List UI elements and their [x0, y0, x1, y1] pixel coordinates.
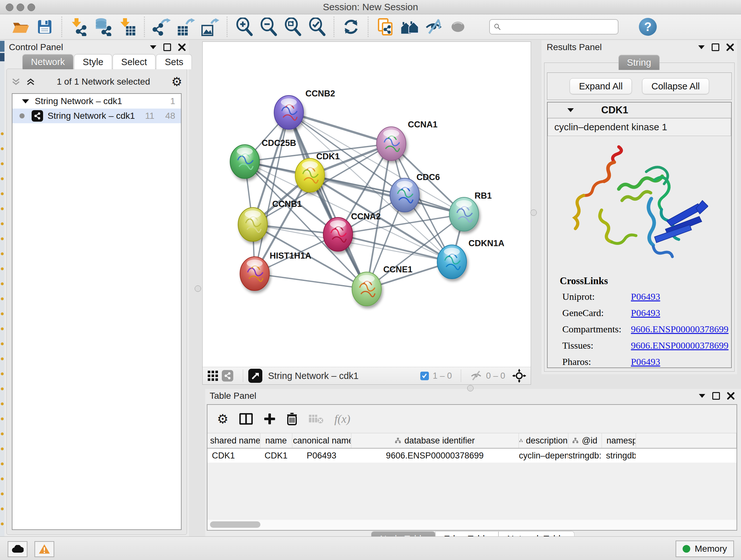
table-settings-gear-icon[interactable]: ⚙	[217, 412, 228, 426]
column-header-namespace[interactable]: namespace	[602, 433, 636, 448]
entry-collapse-icon[interactable]	[567, 108, 574, 112]
cell-name[interactable]: CDK1	[260, 448, 292, 462]
selected-checkbox[interactable]	[420, 372, 429, 380]
help-button[interactable]: ?	[639, 18, 657, 36]
copy-network-button[interactable]	[375, 17, 395, 37]
string-view-icon[interactable]	[222, 370, 233, 381]
panel-menu-icon[interactable]	[699, 394, 705, 398]
column-header-database-identifier[interactable]: database identifier	[351, 433, 519, 448]
import-table-file-button[interactable]	[118, 17, 137, 37]
cloud-status-button[interactable]	[8, 541, 27, 557]
save-session-button[interactable]	[35, 17, 55, 37]
title-bar: Session: New Session	[0, 0, 741, 14]
zoom-fit-button[interactable]	[283, 17, 302, 37]
cell-canonical-name[interactable]: P06493	[292, 448, 351, 462]
network-edge[interactable]	[310, 175, 464, 214]
show-columns-icon[interactable]	[239, 413, 253, 425]
network-node-hist1h1a[interactable]	[240, 257, 269, 291]
network-node-cdc6[interactable]	[390, 178, 419, 212]
bottom-splitter-handle[interactable]	[467, 385, 474, 391]
cell-shared-name[interactable]: CDK1	[207, 448, 260, 462]
node-table[interactable]: shared name name canonical name database…	[207, 433, 737, 462]
collection-expand-icon[interactable]	[22, 99, 29, 104]
expand-all-button[interactable]: Expand All	[569, 78, 632, 94]
network-node-ccnb2[interactable]	[274, 96, 304, 129]
network-edge[interactable]	[289, 112, 391, 144]
network-node-cdkn1a[interactable]	[437, 245, 467, 279]
grid-view-icon[interactable]	[207, 370, 219, 381]
collapse-all-icon[interactable]	[11, 77, 21, 86]
network-node-cdc25b[interactable]	[230, 145, 259, 179]
column-header-name[interactable]: name	[260, 433, 292, 448]
gear-icon[interactable]: ⚙	[172, 75, 182, 89]
tab-string[interactable]: String	[618, 55, 660, 70]
birdseye-toggle-icon[interactable]	[512, 369, 526, 383]
detach-view-button[interactable]	[248, 369, 262, 383]
column-header-shared-name[interactable]: shared name	[207, 433, 260, 448]
crosslink-uniprot[interactable]: P06493	[631, 291, 660, 302]
search-field[interactable]	[489, 19, 618, 35]
float-panel-icon[interactable]	[712, 44, 719, 51]
refresh-view-button[interactable]	[341, 17, 361, 37]
memory-button[interactable]: Memory	[676, 541, 734, 557]
table-row[interactable]: CDK1 CDK1 P06493 9606.ENSP00000378699 cy…	[207, 448, 737, 462]
cell-id[interactable]: stringdb:9...	[568, 448, 602, 462]
crosslink-label: GeneCard:	[562, 307, 631, 318]
hide-graphics-button[interactable]	[424, 17, 444, 37]
import-network-file-button[interactable]	[69, 17, 89, 37]
tab-network[interactable]: Network	[22, 54, 73, 69]
network-node-ccnb1[interactable]	[238, 207, 267, 241]
tab-sets[interactable]: Sets	[156, 54, 192, 69]
network-node-cdk1[interactable]	[295, 159, 325, 192]
crosslink-tissues[interactable]: 9606.ENSP00000378699	[631, 340, 729, 351]
main-toolbar: ?	[0, 14, 741, 40]
column-header-canonical-name[interactable]: canonical name	[292, 433, 351, 448]
crosslink-pharos[interactable]: P06493	[631, 356, 660, 367]
panel-menu-icon[interactable]	[698, 45, 704, 49]
panel-menu-icon[interactable]	[150, 45, 156, 49]
network-view[interactable]: CCNB2CCNA1CDC25BCDK1CDC6RB1CCNB1CCNA2CDK…	[202, 42, 531, 385]
network-collection-row[interactable]: String Network – cdk1 1	[12, 94, 181, 109]
left-splitter-handle[interactable]	[195, 286, 201, 292]
network-node-ccna2[interactable]	[323, 217, 353, 251]
cell-description[interactable]: cyclin–dependent ...	[519, 448, 568, 462]
tab-select[interactable]: Select	[113, 54, 156, 69]
zoom-out-button[interactable]	[259, 17, 278, 37]
network-node-ccna1[interactable]	[377, 127, 406, 161]
add-column-icon[interactable]	[264, 413, 276, 425]
export-network-button[interactable]	[151, 17, 172, 37]
expand-all-icon[interactable]	[26, 77, 36, 86]
open-session-button[interactable]	[10, 17, 30, 37]
network-node-rb1[interactable]	[449, 197, 479, 231]
warnings-button[interactable]	[35, 541, 54, 557]
tab-style[interactable]: Style	[74, 54, 112, 69]
column-header-id[interactable]: @id	[568, 433, 602, 448]
node-label: HIST1H1A	[270, 251, 312, 260]
zoom-in-button[interactable]	[234, 17, 254, 37]
close-panel-icon[interactable]	[178, 44, 186, 51]
network-node-ccne1[interactable]	[352, 272, 381, 306]
network-row[interactable]: String Network – cdk1 1148	[12, 109, 181, 123]
delete-column-icon[interactable]	[286, 413, 297, 425]
home-networks-button[interactable]	[400, 17, 419, 37]
close-panel-icon[interactable]	[727, 392, 735, 400]
network-canvas[interactable]: CCNB2CCNA1CDC25BCDK1CDC6RB1CCNB1CCNA2CDK…	[203, 42, 531, 367]
float-panel-icon[interactable]	[163, 44, 171, 51]
zoom-selected-button[interactable]	[307, 17, 327, 37]
import-network-database-button[interactable]	[93, 17, 113, 37]
close-panel-icon[interactable]	[726, 44, 734, 51]
network-edge[interactable]	[255, 112, 289, 273]
crosslink-compartments[interactable]: 9606.ENSP00000378699	[631, 324, 729, 334]
collapse-all-button[interactable]: Collapse All	[642, 78, 709, 94]
right-splitter-handle[interactable]	[530, 209, 537, 216]
cell-database-identifier[interactable]: 9606.ENSP00000378699	[351, 448, 519, 462]
float-panel-icon[interactable]	[712, 392, 720, 400]
network-edge[interactable]	[255, 273, 367, 289]
search-input[interactable]	[503, 22, 618, 32]
export-image-button[interactable]	[200, 17, 220, 37]
cell-namespace[interactable]: stringdb	[602, 448, 636, 462]
column-header-description[interactable]: description	[519, 433, 568, 448]
export-table-button[interactable]	[176, 17, 196, 37]
show-graphics-button[interactable]	[448, 17, 468, 37]
crosslink-genecard[interactable]: P06493	[631, 307, 660, 318]
